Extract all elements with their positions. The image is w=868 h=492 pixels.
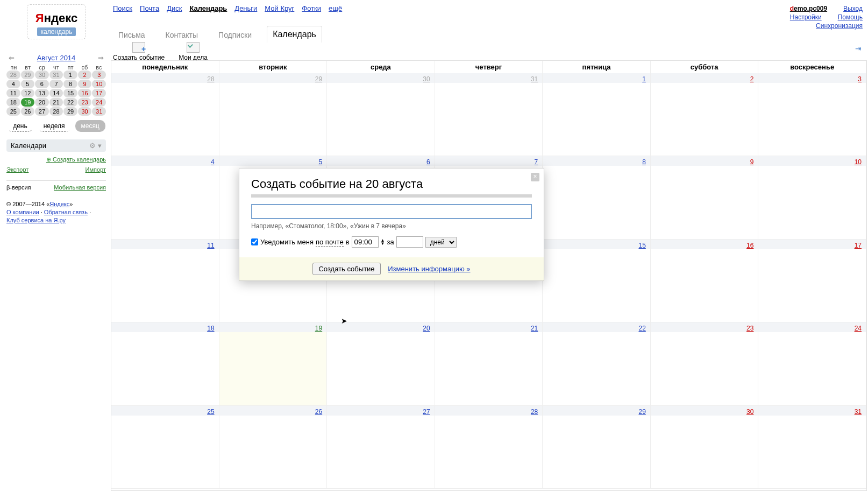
mini-day-31[interactable]: 31 (49, 71, 63, 79)
day-number[interactable]: 3 (858, 75, 862, 83)
mini-day-29[interactable]: 29 (63, 107, 77, 116)
mini-day-28[interactable]: 28 (6, 71, 20, 79)
day-cell-4[interactable]: 4 (111, 156, 219, 239)
mini-day-8[interactable]: 8 (63, 80, 77, 88)
day-number[interactable]: 30 (423, 75, 430, 83)
day-number[interactable]: 8 (642, 158, 646, 166)
feedback-link[interactable]: Обратная связь (44, 209, 88, 215)
day-number[interactable]: 31 (531, 75, 538, 83)
chevron-down-icon[interactable]: ▾ (98, 142, 102, 150)
my-todos-button[interactable]: Мои дела (179, 42, 208, 61)
day-cell-30[interactable]: 30 (327, 73, 435, 156)
mini-day-25[interactable]: 25 (6, 107, 20, 116)
topnav-Диск[interactable]: Диск (167, 4, 182, 15)
mini-day-4[interactable]: 4 (6, 80, 20, 88)
prev-month-button[interactable]: ⇐ (9, 54, 15, 62)
day-number[interactable]: 1 (642, 75, 646, 83)
day-cell-16[interactable]: 16 (651, 240, 759, 322)
next-month-button[interactable]: ⇒ (98, 54, 104, 62)
day-number[interactable]: 23 (746, 325, 753, 332)
mini-day-30[interactable]: 30 (78, 107, 92, 116)
day-number[interactable]: 30 (746, 408, 753, 416)
calendars-panel[interactable]: Календари ⚙ ▾ (6, 139, 106, 152)
club-link[interactable]: Клуб сервиса на Я.ру (6, 217, 66, 223)
day-number[interactable]: 24 (855, 325, 862, 332)
day-cell-27[interactable]: 27 (327, 406, 435, 489)
mini-day-6[interactable]: 6 (35, 80, 49, 88)
topnav-Мой Круг[interactable]: Мой Круг (265, 4, 294, 15)
topnav-Фотки[interactable]: Фотки (302, 4, 321, 15)
help-link[interactable]: Помощь (838, 13, 863, 22)
day-cell-19[interactable]: 19 (219, 322, 328, 405)
mini-day-15[interactable]: 15 (63, 89, 77, 97)
tab-0[interactable]: Письма (113, 27, 151, 43)
day-cell-31[interactable]: 31 (758, 406, 866, 489)
create-calendar-link[interactable]: ⊕ Создать календарь (46, 156, 106, 163)
day-cell-26[interactable]: 26 (219, 406, 328, 489)
mini-day-10[interactable]: 10 (92, 80, 106, 88)
day-number[interactable]: 20 (423, 325, 430, 332)
mini-day-31[interactable]: 31 (92, 107, 106, 116)
settings-link[interactable]: Настройки (790, 13, 822, 22)
day-number[interactable]: 19 (315, 325, 322, 332)
mini-day-13[interactable]: 13 (35, 89, 49, 97)
view-day-button[interactable]: день (7, 120, 33, 132)
day-number[interactable]: 9 (750, 158, 754, 166)
day-number[interactable]: 11 (207, 242, 214, 249)
notify-unit-select[interactable]: дней (425, 237, 457, 248)
day-number[interactable]: 22 (638, 325, 645, 332)
notify-days-input[interactable] (396, 236, 423, 248)
create-event-submit[interactable]: Создать событие (312, 263, 380, 275)
view-week-button[interactable]: неделя (38, 120, 71, 132)
notify-time-input[interactable] (352, 236, 379, 248)
topnav-Поиск[interactable]: Поиск (113, 4, 132, 15)
expand-icon[interactable]: ⇥ (855, 44, 862, 53)
day-cell-10[interactable]: 10 (758, 156, 866, 239)
day-number[interactable]: 27 (423, 408, 430, 416)
day-cell-28[interactable]: 28 (111, 73, 219, 156)
mini-day-23[interactable]: 23 (78, 98, 92, 107)
tab-2[interactable]: Подписки (213, 27, 257, 43)
day-number[interactable]: 18 (207, 325, 214, 332)
day-number[interactable]: 31 (855, 408, 862, 416)
mini-day-11[interactable]: 11 (6, 89, 20, 97)
day-cell-29[interactable]: 29 (219, 73, 328, 156)
tab-3[interactable]: Календарь (267, 26, 322, 43)
day-number[interactable]: 16 (746, 242, 753, 249)
mini-day-3[interactable]: 3 (92, 71, 106, 79)
user-link[interactable]: demo.pc009 (790, 4, 827, 13)
day-cell-29[interactable]: 29 (543, 406, 651, 489)
day-cell-21[interactable]: 21 (435, 322, 543, 405)
mini-day-19[interactable]: 19 (21, 98, 35, 107)
close-icon[interactable]: × (531, 173, 539, 181)
mini-day-26[interactable]: 26 (21, 107, 35, 116)
day-number[interactable]: 21 (531, 325, 538, 332)
export-link[interactable]: Экспорт (6, 166, 29, 173)
edit-info-link[interactable]: Изменить информацию » (388, 265, 470, 273)
create-event-button[interactable]: Создать событие (113, 42, 165, 61)
time-stepper[interactable]: ▲▼ (381, 239, 385, 245)
day-cell-2[interactable]: 2 (651, 73, 759, 156)
day-cell-11[interactable]: 11 (111, 240, 219, 322)
tab-1[interactable]: Контакты (160, 27, 203, 43)
day-cell-31[interactable]: 31 (435, 73, 543, 156)
mini-day-22[interactable]: 22 (63, 98, 77, 107)
day-number[interactable]: 2 (750, 75, 754, 83)
day-number[interactable]: 10 (855, 158, 862, 166)
mini-day-28[interactable]: 28 (49, 107, 63, 116)
notify-checkbox[interactable] (251, 238, 258, 245)
mini-day-7[interactable]: 7 (49, 80, 63, 88)
yandex-link[interactable]: Яндекс (49, 201, 69, 207)
day-number[interactable]: 6 (426, 158, 430, 166)
day-number[interactable]: 4 (211, 158, 215, 166)
day-cell-30[interactable]: 30 (651, 406, 759, 489)
day-cell-18[interactable]: 18 (111, 322, 219, 405)
day-number[interactable]: 29 (638, 408, 645, 416)
day-cell-23[interactable]: 23 (651, 322, 759, 405)
day-cell-15[interactable]: 15 (543, 240, 651, 322)
mini-day-9[interactable]: 9 (78, 80, 92, 88)
gear-icon[interactable]: ⚙ (89, 142, 96, 150)
day-number[interactable]: 7 (535, 158, 538, 166)
topnav-Календарь[interactable]: Календарь (189, 4, 227, 15)
mini-day-27[interactable]: 27 (35, 107, 49, 116)
